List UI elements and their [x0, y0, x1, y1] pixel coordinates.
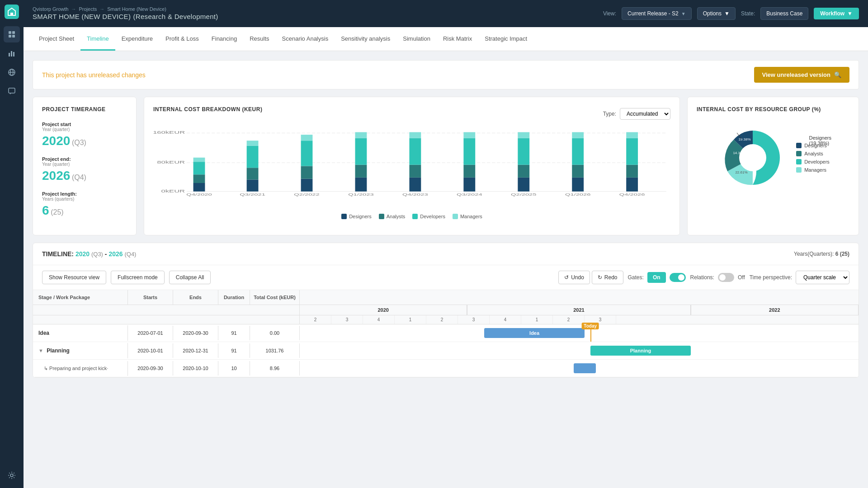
chart-legend: Designers Analysts Developers Managers: [153, 214, 670, 219]
legend-managers-label: Managers: [460, 214, 482, 219]
svg-text:43.68%: 43.68%: [746, 152, 760, 156]
row-planning-cost: 1031.76: [250, 343, 300, 358]
project-end-quarter: (Q4): [72, 174, 86, 181]
project-length-quarters: (25): [51, 208, 63, 216]
tab-profit-loss[interactable]: Profit & Loss: [159, 27, 205, 51]
tab-financing[interactable]: Financing: [205, 27, 243, 51]
svg-rect-34: [355, 165, 367, 178]
tab-risk-matrix[interactable]: Risk Matrix: [437, 27, 478, 51]
row-planning-starts: 2020-10-01: [128, 343, 173, 358]
tab-project-sheet[interactable]: Project Sheet: [33, 27, 80, 51]
chart-header-area: [300, 290, 859, 305]
relations-toggle[interactable]: [718, 273, 734, 282]
gantt-row-preparing: ↳ Preparing and project kick· 2020-09-30…: [33, 360, 859, 377]
svg-rect-31: [301, 141, 313, 166]
row-idea-duration: 91: [218, 326, 250, 340]
timerange-card: PROJECT TIMERANGE Project start Year (qu…: [33, 97, 137, 235]
sidebar-icon-settings[interactable]: [4, 467, 20, 483]
topbar: Qvistorp Growth → Projects → Smart Home …: [24, 0, 868, 27]
svg-rect-6: [9, 53, 10, 56]
undo-button[interactable]: ↺ Undo: [558, 271, 590, 284]
svg-rect-56: [626, 132, 638, 138]
gates-toggle[interactable]: [670, 273, 686, 282]
svg-rect-51: [572, 138, 584, 165]
years-quarters-value: 6 (25): [835, 251, 849, 257]
row-planning-stage: ▼ Planning: [33, 343, 128, 358]
q-2021-2: 2: [426, 315, 458, 324]
row-idea-starts: 2020-07-01: [128, 326, 173, 340]
pie-legend-developers-box: [796, 159, 802, 164]
project-length-label: Project length:: [42, 191, 127, 197]
svg-marker-13: [10, 93, 11, 94]
type-selector: Type: Accumulated: [603, 108, 670, 120]
svg-rect-5: [12, 35, 15, 38]
pie-legend-analysts-box: [796, 151, 802, 156]
sidebar-icon-globe[interactable]: [4, 64, 20, 80]
breadcrumb-device[interactable]: Smart Home (New Device): [107, 6, 166, 12]
legend-analysts-label: Analysts: [387, 214, 406, 219]
gates-group: Gates: On: [628, 272, 686, 283]
collapse-icon[interactable]: ▼: [38, 348, 43, 353]
breadcrumb-qvistorp[interactable]: Qvistorp Growth: [33, 6, 68, 12]
collapse-all-button[interactable]: Collapse All: [169, 271, 211, 284]
sidebar-icon-home[interactable]: [4, 26, 20, 42]
svg-rect-39: [409, 138, 421, 165]
preparing-bar: [574, 363, 596, 373]
type-dropdown[interactable]: Accumulated: [620, 108, 670, 120]
project-end-item: Project end: Year (quarter) 2026 (Q4): [42, 156, 127, 183]
business-case-button[interactable]: Business Case: [760, 7, 808, 20]
content-area: This project has unreleased changes View…: [24, 51, 868, 488]
show-resource-view-button[interactable]: Show Resource view: [42, 271, 106, 284]
type-label: Type:: [603, 111, 616, 117]
cost-breakdown-title: INTERNAL COST BREAKDOWN (KEUR): [153, 106, 262, 113]
alert-text: This project has unreleased changes: [42, 71, 146, 79]
svg-rect-22: [193, 174, 205, 183]
gates-on-button[interactable]: On: [647, 272, 666, 283]
pie-legend-developers: Developers: [796, 159, 830, 164]
redo-button[interactable]: ↻ Redo: [592, 271, 623, 284]
pie-legend-analysts: Analysts: [796, 151, 830, 156]
legend-analysts: Analysts: [379, 214, 406, 219]
svg-text:Q1/2026: Q1/2026: [565, 192, 591, 196]
scale-dropdown[interactable]: Quarter scale: [796, 271, 849, 284]
search-icon: 🔍: [834, 71, 841, 78]
row-planning-ends: 2020-12-31: [173, 343, 218, 358]
timerange-title: PROJECT TIMERANGE: [42, 106, 127, 113]
page-title: SMART HOME (NEW DEVICE) (Research & Deve…: [33, 12, 218, 21]
breadcrumb-projects[interactable]: Projects: [79, 6, 97, 12]
project-end-sub: Year (quarter): [42, 162, 127, 167]
svg-rect-41: [463, 178, 475, 192]
planning-bar: Planning: [590, 346, 691, 356]
relations-toggle-thumb: [719, 274, 726, 281]
idea-bar: Idea: [484, 328, 585, 338]
bar-chart-svg: 160kEUR 80kEUR 0kEUR: [153, 129, 670, 197]
project-length-item: Project length: Years (quarters) 6 (25): [42, 191, 127, 218]
tab-expenditure[interactable]: Expenditure: [115, 27, 159, 51]
project-start-quarter: (Q3): [72, 139, 86, 146]
project-end-year: 2026: [42, 169, 70, 183]
options-dropdown[interactable]: Options ▼: [697, 7, 736, 20]
fullscreen-mode-button[interactable]: Fullscreen mode: [111, 271, 165, 284]
tab-sensitivity-analysis[interactable]: Sensitivity analysis: [335, 27, 396, 51]
q-2020-4: 4: [363, 315, 395, 324]
sidebar-icon-comment[interactable]: [4, 83, 20, 99]
current-release-dropdown[interactable]: Current Release - S2 ▼: [622, 7, 692, 20]
pie-legend: Designers Analysts Developers Manag: [796, 143, 830, 173]
svg-rect-45: [518, 178, 529, 192]
svg-rect-50: [572, 165, 584, 178]
q-2022-1: 1: [521, 315, 553, 324]
tab-scenario-analysis[interactable]: Scenario Analysis: [276, 27, 335, 51]
year-2020: 2020: [300, 305, 467, 315]
svg-rect-40: [409, 132, 421, 138]
sidebar-icon-chart[interactable]: [4, 45, 20, 61]
app-logo[interactable]: [5, 5, 19, 19]
tab-simulation[interactable]: Simulation: [396, 27, 437, 51]
workflow-button[interactable]: Workflow ▼: [814, 8, 859, 19]
tab-timeline[interactable]: Timeline: [80, 27, 115, 51]
tab-results[interactable]: Results: [243, 27, 275, 51]
view-unreleased-button[interactable]: View unreleased version 🔍: [754, 67, 850, 83]
svg-text:22.61%: 22.61%: [736, 170, 748, 174]
tab-strategic-impact[interactable]: Strategic Impact: [478, 27, 533, 51]
legend-managers-color: [453, 214, 458, 219]
svg-text:80kEUR: 80kEUR: [157, 160, 185, 164]
